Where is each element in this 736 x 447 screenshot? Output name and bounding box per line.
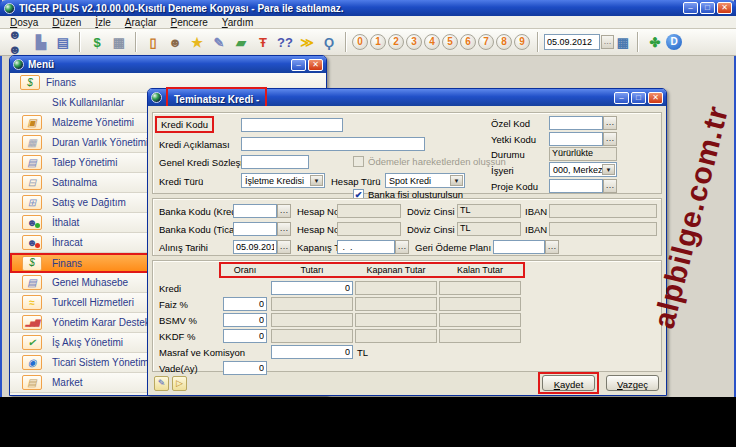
faiz-row-label: Faiz % xyxy=(159,299,188,310)
money-icon[interactable]: $ xyxy=(86,31,108,53)
close-icon[interactable]: ✕ xyxy=(308,59,323,71)
kredi-aciklamasi-input[interactable] xyxy=(241,137,425,151)
antenna-icon[interactable]: Ŧ xyxy=(252,31,274,53)
edit-tool-icon[interactable]: ✎ xyxy=(154,376,169,391)
masraf-tutari-input[interactable] xyxy=(271,345,353,359)
number-button-8[interactable]: 8 xyxy=(496,34,512,50)
number-button-7[interactable]: 7 xyxy=(478,34,494,50)
masraf-currency-label: TL xyxy=(357,347,368,358)
clover-icon[interactable]: ✤ xyxy=(644,31,666,53)
alis-tarihi-input[interactable] xyxy=(233,240,277,254)
banka-kodu-kredi-browse-button[interactable]: … xyxy=(277,204,291,218)
minimize-icon[interactable]: – xyxy=(683,2,698,14)
geri-odeme-plani-browse-button[interactable]: … xyxy=(545,240,559,254)
redo-arrows-icon[interactable]: ≫ xyxy=(296,31,318,53)
iban-label: IBAN xyxy=(525,206,547,217)
minimize-icon[interactable]: – xyxy=(614,92,629,104)
ozel-kod-input[interactable] xyxy=(549,116,603,130)
kkdf-kapanan-value xyxy=(355,329,437,343)
screen-icon[interactable]: ▦ xyxy=(614,31,632,53)
kredi-aciklamasi-label: Kredi Açıklaması xyxy=(159,139,230,150)
menu-yardim[interactable]: Yardım xyxy=(222,17,254,28)
money-icon: $ xyxy=(20,75,40,90)
chevron-down-icon[interactable]: ▼ xyxy=(602,164,615,175)
next-tool-icon[interactable]: ▷ xyxy=(172,376,187,391)
kredi-turu-select[interactable]: İşletme Kredisi▼ xyxy=(241,173,325,188)
calculator-icon[interactable]: ▦ xyxy=(108,31,130,53)
alis-tarihi-browse-button[interactable]: … xyxy=(277,240,291,254)
banka-kodu-kredi-input[interactable] xyxy=(233,204,277,218)
durumu-label: Durumu xyxy=(491,149,525,160)
kredi-tutari-input[interactable] xyxy=(271,281,353,295)
yetki-kodu-browse-button[interactable]: … xyxy=(603,132,617,146)
number-button-3[interactable]: 3 xyxy=(406,34,422,50)
number-button-9[interactable]: 9 xyxy=(514,34,530,50)
form-icon[interactable]: ▤ xyxy=(52,31,74,53)
number-button-0[interactable]: 0 xyxy=(352,34,368,50)
clipboard-icon[interactable]: ▯ xyxy=(142,31,164,53)
person-icon[interactable]: ☻ xyxy=(164,31,186,53)
masraf-row-label: Masraf ve Komisyon xyxy=(159,347,245,358)
vade-orani-input[interactable] xyxy=(223,361,267,375)
folder-media-icon[interactable]: ▰ xyxy=(230,31,252,53)
chevron-down-icon[interactable]: ▼ xyxy=(310,175,323,186)
cancel-button[interactable]: Vazgeç xyxy=(606,375,659,391)
number-button-6[interactable]: 6 xyxy=(460,34,476,50)
isyeri-select[interactable]: 000, Merkez▼ xyxy=(549,162,617,177)
date-dropdown-icon[interactable]: … xyxy=(601,35,614,49)
banka-kodu-ticari-browse-button[interactable]: … xyxy=(277,222,291,236)
help-icon[interactable]: ?? xyxy=(274,31,296,53)
toolbar: ☻☻ ▙ ▤ $ ▦ ▯ ☻ ★ ✎ ▰ Ŧ ?? ≫ Ϙ 0 1 2 3 4 … xyxy=(0,29,736,56)
kapanis-tarihi-browse-button[interactable]: … xyxy=(395,240,409,254)
toolbar-date-input[interactable] xyxy=(544,34,600,50)
number-button-2[interactable]: 2 xyxy=(388,34,404,50)
search-icon[interactable]: Ϙ xyxy=(318,31,340,53)
menu-window-icon xyxy=(13,59,24,70)
hesap-turu-label: Hesap Türü xyxy=(331,176,380,187)
number-button-5[interactable]: 5 xyxy=(442,34,458,50)
document-icon: ▤ xyxy=(22,155,42,170)
menu-araclar[interactable]: Araçlar xyxy=(125,17,157,28)
box-icon: ▣ xyxy=(22,115,42,130)
iban-label: IBAN xyxy=(525,224,547,235)
d-badge-icon[interactable]: D xyxy=(666,34,682,50)
bottom-black-area xyxy=(0,397,736,447)
genel-kredi-sozlesmesi-input[interactable] xyxy=(241,155,309,169)
menu-window-titlebar: Menü – ✕ xyxy=(10,56,326,73)
faiz-orani-input[interactable] xyxy=(223,297,267,311)
menu-duzen[interactable]: Düzen xyxy=(52,17,81,28)
close-icon[interactable]: ✕ xyxy=(648,92,663,104)
doviz-cinsi-value: TL xyxy=(457,204,521,218)
kapanis-tarihi-input[interactable] xyxy=(337,240,395,254)
person-stats-icon[interactable]: ▙ xyxy=(30,31,52,53)
kredi-kodu-input[interactable] xyxy=(241,118,343,132)
bsmv-row-label: BSMV % xyxy=(159,315,197,326)
chevron-down-icon[interactable]: ▼ xyxy=(450,175,463,186)
minimize-icon[interactable]: – xyxy=(291,59,306,71)
amounts-group: Oranı Tutarı Kapanan Tutar Kalan Tutar K… xyxy=(152,260,662,372)
menu-izle[interactable]: İzle xyxy=(95,17,111,28)
faiz-tutari-value xyxy=(271,297,353,311)
close-icon[interactable]: ✕ xyxy=(717,2,732,14)
faiz-kapanan-value xyxy=(355,297,437,311)
maximize-icon[interactable]: □ xyxy=(631,92,646,104)
proje-kodu-browse-button[interactable]: … xyxy=(603,179,617,193)
ozel-kod-browse-button[interactable]: … xyxy=(603,116,617,130)
geri-odeme-plani-input[interactable] xyxy=(493,240,545,254)
bsmv-orani-input[interactable] xyxy=(223,313,267,327)
number-button-1[interactable]: 1 xyxy=(370,34,386,50)
proje-kodu-input[interactable] xyxy=(549,179,603,193)
banka-kodu-ticari-input[interactable] xyxy=(233,222,277,236)
menu-dosya[interactable]: Dosya xyxy=(10,17,38,28)
maximize-icon[interactable]: □ xyxy=(700,2,715,14)
yetki-kodu-input[interactable] xyxy=(549,132,603,146)
number-button-4[interactable]: 4 xyxy=(424,34,440,50)
menu-pencere[interactable]: Pencere xyxy=(171,17,208,28)
window-star-icon[interactable]: ★ xyxy=(186,31,208,53)
save-button[interactable]: Kaydet xyxy=(542,375,595,391)
users-icon[interactable]: ☻☻ xyxy=(8,31,30,53)
document-edit-icon[interactable]: ✎ xyxy=(208,31,230,53)
kkdf-orani-input[interactable] xyxy=(223,329,267,343)
kkdf-row-label: KKDF % xyxy=(159,331,195,342)
hesap-turu-select[interactable]: Spot Kredi▼ xyxy=(385,173,465,188)
